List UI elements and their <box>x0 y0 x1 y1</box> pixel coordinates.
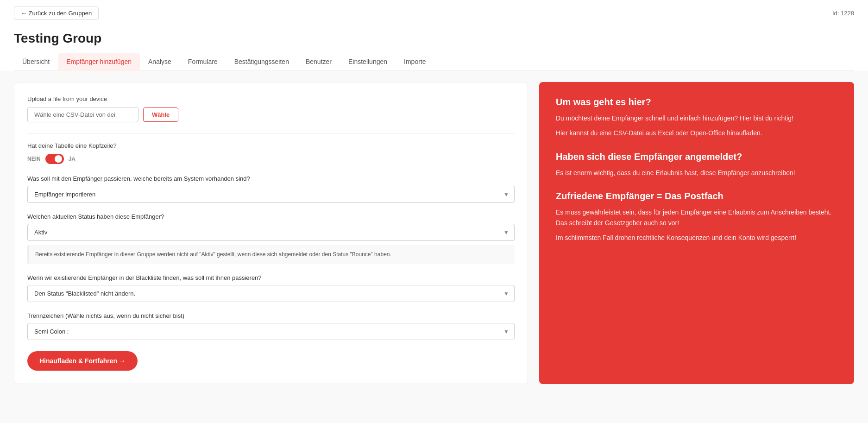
blacklist-select[interactable]: Den Status "Blacklisted" nicht ändern. S… <box>27 285 515 302</box>
wähle-button[interactable]: Wähle <box>143 107 178 122</box>
right-section-1: Um was geht es hier? Du möchtest deine E… <box>556 97 837 139</box>
right-section-2: Haben sich diese Empfänger angemeldet? E… <box>556 152 837 178</box>
right-section-3-p2: Im schlimmsten Fall drohen rechtliche Ko… <box>556 233 837 243</box>
tab-navigation: Übersicht Empfänger hinzufügen Analyse F… <box>14 53 854 71</box>
tab-einstellungen[interactable]: Einstellungen <box>340 53 396 71</box>
existing-section: Was soll mit den Empfänger passieren, we… <box>27 175 515 203</box>
right-section-2-p1: Es ist enorm wichtig, dass du eine Erlau… <box>556 168 837 178</box>
right-panel: Um was geht es hier? Du möchtest deine E… <box>539 82 854 384</box>
trennzeichen-select[interactable]: Semi Colon ; Komma , Tab Pipe | <box>27 323 515 340</box>
trennzeichen-section: Trennzeichen (Wähle nichts aus, wenn du … <box>27 312 515 340</box>
toggle-nein-label: NEIN <box>27 156 41 162</box>
right-section-3-p1: Es muss gewährleistet sein, dass für jed… <box>556 207 837 228</box>
existing-select-wrapper: Empfänger importieren Empfänger aktualis… <box>27 186 515 203</box>
tab-formulare[interactable]: Formulare <box>180 53 226 71</box>
file-upload-row: Wähle eine CSV-Datei von dei Wähle <box>27 107 515 122</box>
kopfzeile-toggle[interactable] <box>45 154 64 164</box>
top-bar: ← Zurück zu den Gruppen Id: 1228 <box>0 0 868 26</box>
right-section-3-title: Zufriedene Empfänger = Das Postfach <box>556 191 837 202</box>
left-panel: Upload a file from your device Wähle ein… <box>14 82 528 384</box>
blacklist-select-wrapper: Den Status "Blacklisted" nicht ändern. S… <box>27 285 515 302</box>
tab-analyse[interactable]: Analyse <box>140 53 180 71</box>
page-title: Testing Group <box>14 31 854 53</box>
blacklist-section: Wenn wir existierende Empfänger in der B… <box>27 274 515 302</box>
blacklist-label: Wenn wir existierende Empfänger in der B… <box>27 274 515 281</box>
file-input-display: Wähle eine CSV-Datei von dei <box>27 107 138 122</box>
status-section: Welchen aktuellen Status haben diese Emp… <box>27 213 515 264</box>
page-header: Testing Group Übersicht Empfänger hinzuf… <box>0 26 868 71</box>
trennzeichen-select-wrapper: Semi Colon ; Komma , Tab Pipe | ▼ <box>27 323 515 340</box>
status-select[interactable]: Aktiv Inaktiv Abgemeldet <box>27 224 515 241</box>
right-section-1-p1: Du möchtest deine Empfänger schnell und … <box>556 113 837 123</box>
upload-label: Upload a file from your device <box>27 95 515 102</box>
submit-button[interactable]: Hinaufladen & Fortfahren → <box>27 351 138 371</box>
tab-benutzer[interactable]: Benutzer <box>297 53 340 71</box>
status-select-wrapper: Aktiv Inaktiv Abgemeldet ▼ <box>27 224 515 241</box>
toggle-row: NEIN JA <box>27 154 515 164</box>
main-content: Upload a file from your device Wähle ein… <box>0 71 868 395</box>
kopfzeile-label: Hat deine Tabelle eine Kopfzeile? <box>27 142 515 149</box>
existing-select[interactable]: Empfänger importieren Empfänger aktualis… <box>27 186 515 203</box>
kopfzeile-section: Hat deine Tabelle eine Kopfzeile? NEIN J… <box>27 133 515 164</box>
toggle-ja-label: JA <box>69 156 75 162</box>
right-section-1-title: Um was geht es hier? <box>556 97 837 107</box>
tab-importe[interactable]: Importe <box>396 53 434 71</box>
existing-label: Was soll mit den Empfänger passieren, we… <box>27 175 515 182</box>
status-label: Welchen aktuellen Status haben diese Emp… <box>27 213 515 220</box>
back-button[interactable]: ← Zurück zu den Gruppen <box>14 6 99 20</box>
trennzeichen-label: Trennzeichen (Wähle nichts aus, wenn du … <box>27 312 515 319</box>
id-label: Id: 1228 <box>832 10 854 17</box>
upload-section: Upload a file from your device Wähle ein… <box>27 95 515 122</box>
right-section-3: Zufriedene Empfänger = Das Postfach Es m… <box>556 191 837 243</box>
right-section-1-p2: Hier kannst du eine CSV-Datei aus Excel … <box>556 128 837 138</box>
tab-ubersicht[interactable]: Übersicht <box>14 53 58 71</box>
tab-empfanger-hinzufugen[interactable]: Empfänger hinzufügen <box>58 53 140 71</box>
right-section-2-title: Haben sich diese Empfänger angemeldet? <box>556 152 837 162</box>
tab-bestatigungsseiten[interactable]: Bestätigungsseiten <box>226 53 297 71</box>
status-info-box: Bereits existierende Empfänger in dieser… <box>27 245 515 264</box>
